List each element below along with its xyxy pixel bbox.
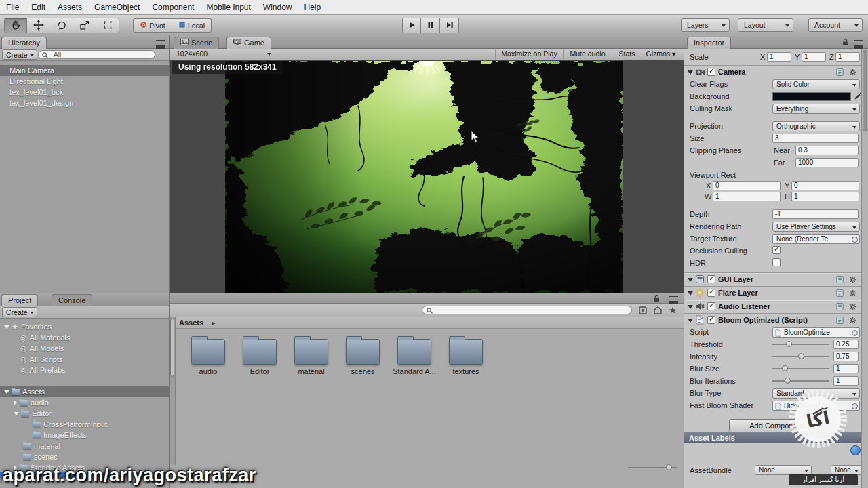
camera-component-header[interactable]: Camera <box>684 65 862 78</box>
gui-layer-enabled-checkbox[interactable] <box>707 275 715 283</box>
scale-x-field[interactable]: 1 <box>767 52 791 62</box>
viewport-y-field[interactable]: 0 <box>791 181 859 190</box>
bloom-component-header[interactable]: Bloom Optimized (Script) <box>684 313 862 326</box>
audio-listener-enabled-checkbox[interactable] <box>707 302 715 310</box>
gizmos-dropdown[interactable]: Gizmos ▾ <box>642 49 679 59</box>
slider-thumb[interactable] <box>798 353 804 359</box>
menu-assets[interactable]: Assets <box>52 1 88 14</box>
step-button[interactable] <box>440 18 459 33</box>
hierarchy-item-tex-level01-design[interactable]: tex_level01_design <box>0 98 169 108</box>
hierarchy-create-button[interactable]: Create <box>2 49 37 60</box>
favorite-all-materials[interactable]: ◎All Materials <box>0 332 169 343</box>
tab-inspector[interactable]: Inspector <box>687 37 731 49</box>
occlusion-culling-checkbox[interactable] <box>772 246 781 254</box>
bloom-enabled-checkbox[interactable] <box>707 316 715 324</box>
hand-tool-button[interactable] <box>4 18 27 33</box>
pivot-toggle-button[interactable]: Pivot <box>133 18 172 33</box>
size-field[interactable]: 3 <box>772 134 859 143</box>
blur-size-field[interactable]: 1 <box>833 364 859 373</box>
tab-console[interactable]: Console <box>52 294 92 306</box>
aspect-ratio-dropdown[interactable]: 1024x600 <box>172 49 275 59</box>
sprite-filter-icon[interactable] <box>639 306 647 316</box>
gear-icon[interactable] <box>848 316 857 326</box>
label-filter-icon[interactable] <box>654 306 662 316</box>
camera-enabled-checkbox[interactable] <box>707 68 715 76</box>
account-dropdown[interactable]: Account <box>808 18 863 32</box>
help-icon[interactable] <box>835 275 844 285</box>
intensity-field[interactable]: 0.75 <box>833 352 859 361</box>
pause-button[interactable] <box>421 18 440 33</box>
scale-y-field[interactable]: 1 <box>802 52 826 62</box>
asset-folder-audio[interactable]: audio <box>184 335 233 375</box>
flare-layer-enabled-checkbox[interactable] <box>707 289 715 297</box>
menu-component[interactable]: Component <box>146 1 200 14</box>
icon-zoom-slider[interactable] <box>628 464 677 472</box>
tree-item-editor[interactable]: Editor <box>0 408 169 419</box>
tab-project[interactable]: Project <box>1 294 38 306</box>
intensity-slider[interactable] <box>772 352 829 361</box>
fold-open-icon[interactable] <box>688 70 693 75</box>
maximize-on-play-button[interactable]: Maximize on Play <box>495 49 563 59</box>
rendering-path-dropdown[interactable]: Use Player Settings <box>772 222 860 232</box>
game-render-canvas[interactable] <box>225 61 623 293</box>
bloom-script-field[interactable]: BloomOptimize <box>772 327 860 338</box>
hierarchy-item-tex-level01-bck[interactable]: tex_level01_bck <box>0 87 169 98</box>
assets-menu-icon[interactable] <box>669 296 678 301</box>
favorite-all-scripts[interactable]: ◎All Scripts <box>0 354 169 365</box>
assets-vscrollbar-thumb[interactable] <box>170 319 174 377</box>
play-button[interactable] <box>402 18 421 33</box>
tree-item-imageeffects[interactable]: ImageEffects <box>0 430 169 441</box>
slider-thumb[interactable] <box>786 341 792 347</box>
flare-layer-header[interactable]: Flare Layer <box>684 286 862 299</box>
inspector-menu-icon[interactable] <box>854 40 863 45</box>
fold-open-icon[interactable] <box>688 319 693 323</box>
local-toggle-button[interactable]: Local <box>172 18 212 33</box>
menu-mobile-input[interactable]: Mobile Input <box>200 1 256 14</box>
favorites-root[interactable]: ★Favorites <box>0 321 169 332</box>
audio-listener-header[interactable]: Audio Listener <box>684 300 862 312</box>
viewport-h-field[interactable]: 1 <box>791 192 859 201</box>
hierarchy-item-directional-light[interactable]: Directional Light <box>0 76 169 87</box>
gear-icon[interactable] <box>848 68 857 78</box>
far-field[interactable]: 1000 <box>795 158 859 167</box>
tab-game[interactable]: Game <box>226 37 271 49</box>
favorite-all-models[interactable]: ◎All Models <box>0 343 169 354</box>
hdr-checkbox[interactable] <box>772 258 781 266</box>
favorite-all-prefabs[interactable]: ◎All Prefabs <box>0 365 169 375</box>
tree-item-scenes[interactable]: scenes <box>0 451 169 462</box>
help-icon[interactable] <box>835 302 844 312</box>
tree-item-material[interactable]: material <box>0 441 169 451</box>
layout-dropdown[interactable]: Layout <box>738 18 793 32</box>
slider-thumb[interactable] <box>782 365 788 371</box>
depth-field[interactable]: -1 <box>772 209 859 219</box>
near-field[interactable]: 0.3 <box>795 146 859 155</box>
menu-edit[interactable]: Edit <box>25 1 52 14</box>
background-color-swatch[interactable] <box>772 92 851 101</box>
hierarchy-item-main-camera[interactable]: Main Camera <box>0 65 169 76</box>
lock-icon[interactable] <box>842 38 849 47</box>
asset-folder-scenes[interactable]: scenes <box>338 335 387 375</box>
asset-folder-material[interactable]: material <box>287 335 336 375</box>
viewport-x-field[interactable]: 0 <box>713 181 781 190</box>
scale-tool-button[interactable] <box>73 18 96 33</box>
lock-icon[interactable] <box>653 294 660 304</box>
hierarchy-menu-icon[interactable] <box>156 40 165 45</box>
threshold-slider[interactable] <box>772 340 829 349</box>
viewport-w-field[interactable]: 1 <box>713 192 781 201</box>
menu-file[interactable]: File <box>0 1 25 14</box>
stats-button[interactable]: Stats <box>612 49 642 59</box>
hierarchy-search-input[interactable]: All <box>38 50 155 59</box>
assetbundle-name-dropdown[interactable]: None <box>755 465 812 475</box>
tree-item-audio[interactable]: audio <box>0 397 169 408</box>
fold-open-icon[interactable] <box>688 291 693 296</box>
help-icon[interactable] <box>835 289 844 299</box>
breadcrumb[interactable]: Assets <box>179 317 203 328</box>
saved-search-icon[interactable] <box>669 306 677 316</box>
tree-item-assets[interactable]: Assets <box>0 386 169 397</box>
assetbundle-variant-dropdown[interactable]: None <box>831 465 862 475</box>
gear-icon[interactable] <box>848 302 857 312</box>
scale-z-field[interactable]: 1 <box>835 52 860 62</box>
help-icon[interactable] <box>835 316 844 326</box>
gui-layer-header[interactable]: GUI Layer <box>684 272 862 285</box>
mute-audio-button[interactable]: Mute audio <box>563 49 612 59</box>
